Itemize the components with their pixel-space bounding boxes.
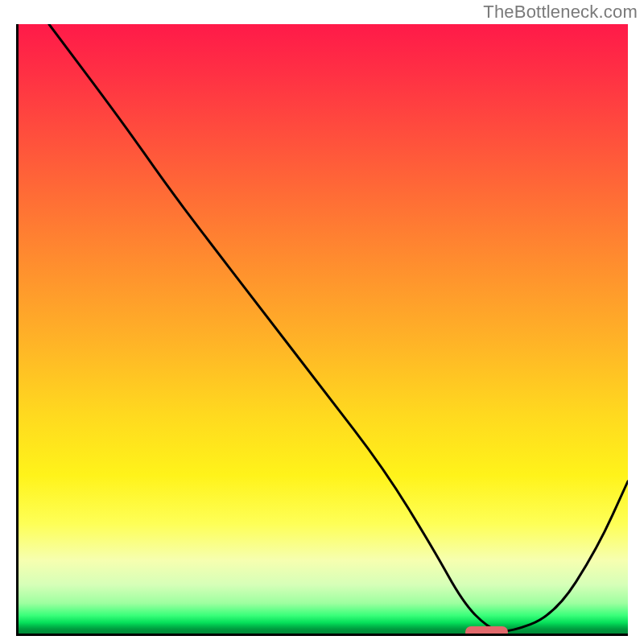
plot-area: [16, 24, 628, 636]
bottleneck-curve: [19, 24, 628, 634]
watermark-text: TheBottleneck.com: [483, 2, 638, 23]
optimal-range-marker: [465, 626, 508, 636]
chart-frame: TheBottleneck.com: [0, 0, 644, 644]
